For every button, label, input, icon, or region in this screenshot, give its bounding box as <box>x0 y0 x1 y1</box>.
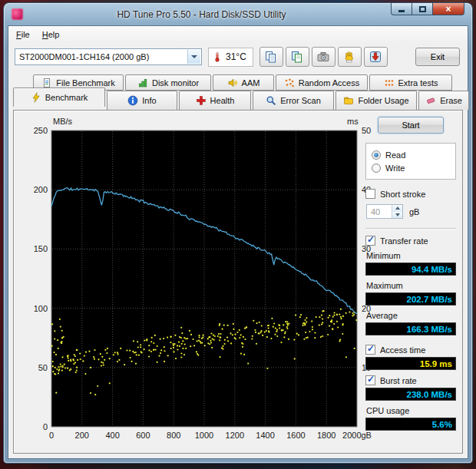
write-option[interactable]: Write <box>372 161 450 174</box>
stepper-up-icon[interactable] <box>392 205 402 212</box>
tab-label: AAM <box>242 78 260 88</box>
hand-icon <box>342 50 356 64</box>
toolbar-buttons <box>259 47 388 67</box>
toolbar: ST2000DM001-1CH164 (2000 gB) 31°C <box>8 43 468 71</box>
side-panel-divider <box>365 228 456 230</box>
access-time-value: 15.9 ms <box>365 357 456 370</box>
copy-screenshot-button[interactable] <box>286 47 309 67</box>
access-time-option[interactable]: Access time <box>365 345 456 355</box>
drive-select-combobox[interactable]: ST2000DM001-1CH164 (2000 gB) <box>15 48 202 65</box>
tab-label: Folder Usage <box>358 96 408 105</box>
camera-icon <box>316 50 330 64</box>
copy-pages-icon <box>290 50 304 64</box>
burst-rate-checkbox[interactable] <box>365 375 375 385</box>
menu-file[interactable]: File <box>10 28 36 41</box>
app-icon <box>12 8 23 20</box>
tab-label: Info <box>142 96 156 105</box>
tab-label: Disk monitor <box>152 78 199 88</box>
read-radio[interactable] <box>372 150 381 160</box>
folder-icon <box>343 95 354 106</box>
tab-erase[interactable]: Erase <box>418 91 469 110</box>
svg-text:100: 100 <box>34 304 48 313</box>
read-option[interactable]: Read <box>372 148 450 161</box>
burst-rate-option[interactable]: Burst rate <box>365 375 456 385</box>
window-client-area: File Help ST2000DM001-1CH164 (2000 gB) 3… <box>8 25 468 459</box>
benchmark-chart: MB/s ms 25020015010050050403020100200400… <box>15 111 382 442</box>
copy-to-clipboard-button[interactable] <box>259 47 283 67</box>
maximum-label: Maximum <box>366 281 456 290</box>
magnifier-icon <box>266 95 276 106</box>
svg-text:0: 0 <box>43 422 48 431</box>
tab-disk-monitor[interactable]: Disk monitor <box>125 74 211 91</box>
minimize-icon <box>398 10 405 12</box>
download-arrow-icon <box>369 50 382 64</box>
drag-tool-button[interactable] <box>338 47 362 67</box>
short-stroke-size-stepper[interactable]: 40 <box>366 204 403 219</box>
drive-select-value: ST2000DM001-1CH164 (2000 gB) <box>19 52 149 61</box>
tab-label: Erase <box>440 96 462 105</box>
write-radio[interactable] <box>372 163 381 173</box>
chevron-down-icon[interactable] <box>187 50 200 64</box>
tab-aam[interactable]: AAM <box>213 74 274 91</box>
svg-text:400: 400 <box>105 431 119 440</box>
maximum-value: 202.7 MB/s <box>365 292 456 306</box>
health-cross-icon <box>196 95 207 106</box>
transfer-rate-checkbox[interactable] <box>365 236 375 246</box>
start-button[interactable]: Start <box>378 117 444 134</box>
info-icon <box>127 95 138 106</box>
svg-text:50: 50 <box>38 363 48 372</box>
svg-text:0: 0 <box>49 431 54 440</box>
stepper-down-icon[interactable] <box>392 212 402 219</box>
hdtune-window: HD Tune Pro 5.50 - Hard Disk/SSD Utility… <box>4 3 472 463</box>
close-icon: × <box>445 4 451 15</box>
short-stroke-size-value[interactable]: 40 <box>367 205 392 218</box>
tab-label: Health <box>210 96 235 105</box>
minimize-button[interactable] <box>391 3 412 15</box>
tab-random-access[interactable]: Random Access <box>276 74 368 91</box>
tab-benchmark[interactable]: Benchmark <box>13 88 105 107</box>
svg-text:2000gB: 2000gB <box>342 431 372 440</box>
stepper-buttons <box>392 205 402 218</box>
short-stroke-label: Short stroke <box>380 190 425 199</box>
read-label: Read <box>385 150 405 160</box>
speaker-icon <box>227 78 238 88</box>
file-benchmark-icon <box>41 78 52 88</box>
cpu-usage-label: CPU usage <box>366 406 456 415</box>
tab-error-scan[interactable]: Error Scan <box>253 91 334 110</box>
average-value: 166.3 MB/s <box>365 322 456 335</box>
tab-label: Extra tests <box>398 78 438 88</box>
svg-text:1800: 1800 <box>317 431 336 440</box>
write-label: Write <box>385 163 405 173</box>
menu-help[interactable]: Help <box>36 28 66 41</box>
svg-text:800: 800 <box>167 431 180 440</box>
svg-text:1600: 1600 <box>286 431 305 440</box>
exit-button[interactable]: Exit <box>415 48 460 66</box>
close-button[interactable]: × <box>433 3 464 15</box>
tab-extra-tests[interactable]: Extra tests <box>369 74 452 91</box>
maximize-button[interactable] <box>412 3 433 15</box>
benchmark-side-panel: Start Read Write Short stroke <box>365 117 456 431</box>
tab-folder-usage[interactable]: Folder Usage <box>336 91 417 110</box>
temperature-value: 31°C <box>226 51 246 62</box>
window-controls: × <box>391 3 464 15</box>
short-stroke-checkbox[interactable] <box>365 189 375 199</box>
cpu-usage-value: 5.6% <box>365 418 456 431</box>
access-time-checkbox[interactable] <box>365 345 375 355</box>
disk-monitor-icon <box>137 78 148 88</box>
copy-icon <box>264 50 278 64</box>
transfer-rate-option[interactable]: Transfer rate <box>365 236 456 246</box>
tab-info[interactable]: Info <box>107 91 177 110</box>
thermometer-icon <box>212 51 223 62</box>
tab-label: Random Access <box>299 78 359 88</box>
tab-label: Error Scan <box>280 96 321 105</box>
tab-strip: File Benchmark Disk monitor <box>8 74 468 110</box>
svg-text:200: 200 <box>75 431 89 440</box>
y-left-axis-label: MB/s <box>53 117 73 126</box>
svg-text:250: 250 <box>34 126 48 135</box>
short-stroke-size-row: 40 gB <box>366 204 456 219</box>
y-right-axis-label: ms <box>347 117 359 126</box>
short-stroke-option[interactable]: Short stroke <box>365 189 456 199</box>
screenshot-button[interactable] <box>312 47 336 67</box>
save-results-button[interactable] <box>364 47 388 67</box>
tab-health[interactable]: Health <box>179 91 251 110</box>
